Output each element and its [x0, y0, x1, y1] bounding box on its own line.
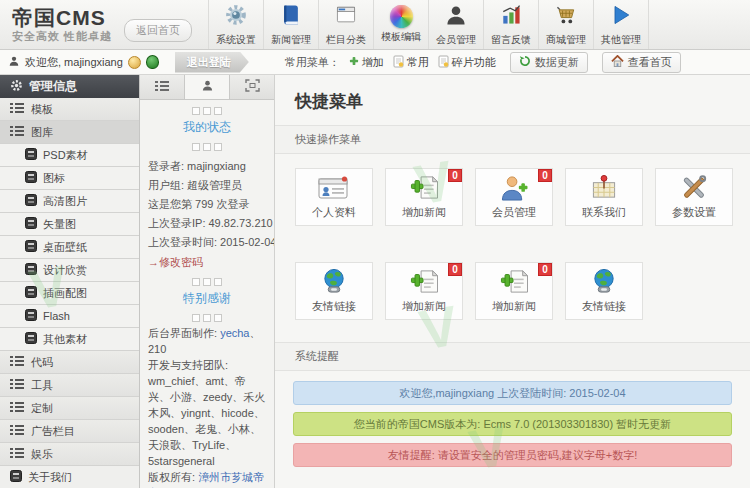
folder-square-icon: [25, 240, 37, 254]
bar-chart-icon: [499, 3, 523, 31]
alert-warning: 友情提醒: 请设置安全的管理员密码,建议字母+数字!: [293, 443, 732, 467]
tab-my-status[interactable]: [185, 75, 230, 99]
card-parameter-settings[interactable]: 参数设置: [655, 168, 733, 226]
nav-column-category[interactable]: 栏目分类: [319, 0, 374, 49]
fragment-label: 碎片功能: [452, 55, 496, 70]
status-line-count: 这是您第 799 次登录: [148, 195, 266, 214]
expand-icon: [245, 78, 260, 96]
sidebar-item-label: 图库: [31, 125, 53, 140]
sidebar-item-gallery[interactable]: 图库: [0, 121, 139, 144]
sidebar-item-template[interactable]: 模板: [0, 98, 139, 121]
folder-square-icon: [25, 171, 37, 185]
alert-success: 您当前的帝国CMS版本为: Ecms 7.0 (201303301830) 暂时…: [293, 412, 732, 436]
decoration-squares: [140, 278, 274, 286]
sidebar-item-about-us[interactable]: 关于我们: [0, 466, 139, 488]
tab-expand-view[interactable]: [230, 75, 274, 99]
sidebar-item-icons[interactable]: 图标: [0, 167, 139, 190]
data-update-button[interactable]: 数据更新: [510, 52, 588, 73]
logo-subtitle: 安全高效 性能卓越: [12, 29, 120, 44]
sidebar-item-code[interactable]: 代码: [0, 351, 139, 374]
folder-square-icon: [10, 470, 22, 484]
plus-icon: [349, 56, 359, 68]
welcome-text: 欢迎您, majingxiang: [25, 55, 123, 70]
card-badge: 0: [448, 263, 462, 276]
alert-section-title: 系统提醒: [275, 342, 750, 371]
sidebar-item-design[interactable]: 设计欣赏: [0, 259, 139, 282]
logout-button[interactable]: 退出登陆: [175, 52, 249, 73]
top-header: 帝国CMS 安全高效 性能卓越 返回首页 系统设置 新闻管理 栏目: [0, 0, 750, 50]
card-contact-us[interactable]: 联系我们: [565, 168, 643, 226]
sidebar-item-label: 代码: [31, 355, 53, 370]
sidebar-item-label: 关于我们: [28, 470, 72, 485]
add-menu-link[interactable]: 增加: [349, 55, 384, 70]
view-home-label: 查看首页: [628, 55, 672, 70]
tab-menu-list[interactable]: [140, 75, 185, 99]
sidebar-item-tools[interactable]: 工具: [0, 374, 139, 397]
folder-square-icon: [25, 217, 37, 231]
card-label: 友情链接: [582, 299, 626, 314]
change-password-link[interactable]: →修改密码: [140, 252, 274, 270]
main-nav: 系统设置 新闻管理 栏目分类 模板编辑: [208, 0, 649, 49]
sidebar-item-flash[interactable]: Flash: [0, 305, 139, 328]
list-icon: [10, 401, 24, 415]
member-add-icon: [499, 174, 529, 205]
sidebar-item-ads[interactable]: 广告栏目: [0, 420, 139, 443]
data-update-label: 数据更新: [535, 55, 579, 70]
sidebar-item-label: 其他素材: [43, 332, 87, 347]
person-icon: [8, 55, 20, 69]
common-menu-label: 常用: [407, 55, 429, 70]
back-home-button[interactable]: 返回首页: [124, 19, 192, 42]
sidebar-item-label: Flash: [43, 310, 70, 322]
sidebar-item-label: 插画配图: [43, 286, 87, 301]
fragment-link[interactable]: 碎片功能: [438, 55, 496, 70]
sidebar-item-custom[interactable]: 定制: [0, 397, 139, 420]
nav-other-management[interactable]: 其他管理: [594, 0, 649, 49]
sidebar-item-label: 高清图片: [43, 194, 87, 209]
card-label: 增加新闻: [402, 205, 446, 220]
notebook-icon: [279, 3, 303, 31]
nav-member-management[interactable]: 会员管理: [429, 0, 484, 49]
nav-news-management[interactable]: 新闻管理: [264, 0, 319, 49]
card-add-news[interactable]: 0 增加新闻: [475, 262, 553, 320]
logo: 帝国CMS 安全高效 性能卓越: [12, 6, 120, 44]
nav-feedback[interactable]: 留言反馈: [484, 0, 539, 49]
view-home-button[interactable]: 查看首页: [602, 52, 681, 73]
nav-system-settings[interactable]: 系统设置: [208, 0, 264, 49]
sidebar-item-hd-pictures[interactable]: 高清图片: [0, 190, 139, 213]
card-friend-links[interactable]: 友情链接: [295, 262, 373, 320]
nav-label: 会员管理: [436, 33, 476, 47]
sidebar-item-entertainment[interactable]: 娱乐: [0, 443, 139, 466]
maker-label: 后台界面制作:: [148, 327, 220, 339]
nav-mall-management[interactable]: 商城管理: [539, 0, 594, 49]
sidebar-item-psd[interactable]: PSD素材: [0, 144, 139, 167]
card-badge: 0: [538, 169, 552, 182]
card-member-management[interactable]: 0 会员管理: [475, 168, 553, 226]
sidebar-item-wallpaper[interactable]: 桌面壁纸: [0, 236, 139, 259]
copyright-label: 版权所有:: [148, 471, 198, 483]
list-icon: [155, 78, 169, 96]
sidebar-item-other-material[interactable]: 其他素材: [0, 328, 139, 351]
sidebar-item-label: PSD素材: [43, 148, 88, 163]
map-pin-icon: [589, 174, 619, 205]
status-line-ip: 上次登录IP: 49.82.73.210: [148, 214, 266, 233]
sidebar-header-label: 管理信息: [29, 78, 77, 95]
card-friend-links[interactable]: 友情链接: [565, 262, 643, 320]
sidebar: 管理信息 模板 图库 PSD素材 图标 高清图片 矢量图 桌面壁纸: [0, 75, 140, 488]
sidebar-item-vector[interactable]: 矢量图: [0, 213, 139, 236]
card-label: 联系我们: [582, 205, 626, 220]
color-wheel-icon: [390, 5, 413, 28]
card-add-news[interactable]: 0 增加新闻: [385, 168, 463, 226]
sidebar-item-illustration[interactable]: 插画配图: [0, 282, 139, 305]
maker-link[interactable]: yecha: [220, 327, 249, 339]
folder-square-icon: [25, 286, 37, 300]
common-menu-link[interactable]: 常用: [393, 55, 429, 70]
logo-title: 帝国CMS: [12, 6, 120, 29]
nav-label: 商城管理: [546, 33, 586, 47]
card-add-news[interactable]: 0 增加新闻: [385, 262, 463, 320]
card-profile[interactable]: 个人资料: [295, 168, 373, 226]
person-icon: [201, 78, 214, 96]
sidebar-item-label: 桌面壁纸: [43, 240, 87, 255]
card-label: 个人资料: [312, 205, 356, 220]
nav-template-edit[interactable]: 模板编辑: [374, 0, 429, 49]
tools-icon: [679, 174, 709, 205]
